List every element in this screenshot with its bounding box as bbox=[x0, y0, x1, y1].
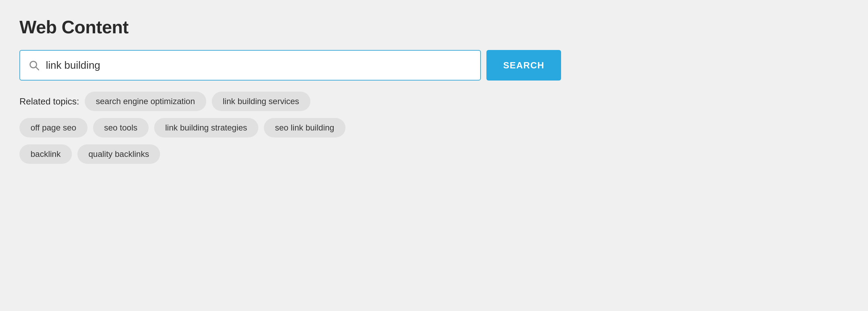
chip-link-building-strategies[interactable]: link building strategies bbox=[154, 118, 258, 137]
search-box bbox=[19, 50, 481, 81]
chip-search-engine-optimization[interactable]: search engine optimization bbox=[85, 92, 206, 111]
related-topics-label: Related topics: bbox=[19, 96, 79, 107]
search-row: SEARCH bbox=[19, 50, 561, 81]
search-input[interactable] bbox=[46, 59, 472, 71]
search-icon bbox=[28, 60, 40, 71]
search-button[interactable]: SEARCH bbox=[486, 50, 561, 81]
related-row-2: off page seo seo tools link building str… bbox=[19, 118, 561, 137]
chip-off-page-seo[interactable]: off page seo bbox=[19, 118, 87, 137]
chip-link-building-services[interactable]: link building services bbox=[212, 92, 310, 111]
related-section: Related topics: search engine optimizati… bbox=[19, 92, 561, 164]
svg-line-1 bbox=[36, 67, 39, 70]
chip-quality-backlinks[interactable]: quality backlinks bbox=[77, 144, 160, 164]
related-row-1: Related topics: search engine optimizati… bbox=[19, 92, 561, 111]
chip-backlink[interactable]: backlink bbox=[19, 144, 72, 164]
page-title: Web Content bbox=[19, 17, 849, 37]
chip-seo-tools[interactable]: seo tools bbox=[93, 118, 149, 137]
chip-seo-link-building[interactable]: seo link building bbox=[264, 118, 345, 137]
related-row-3: backlink quality backlinks bbox=[19, 144, 561, 164]
